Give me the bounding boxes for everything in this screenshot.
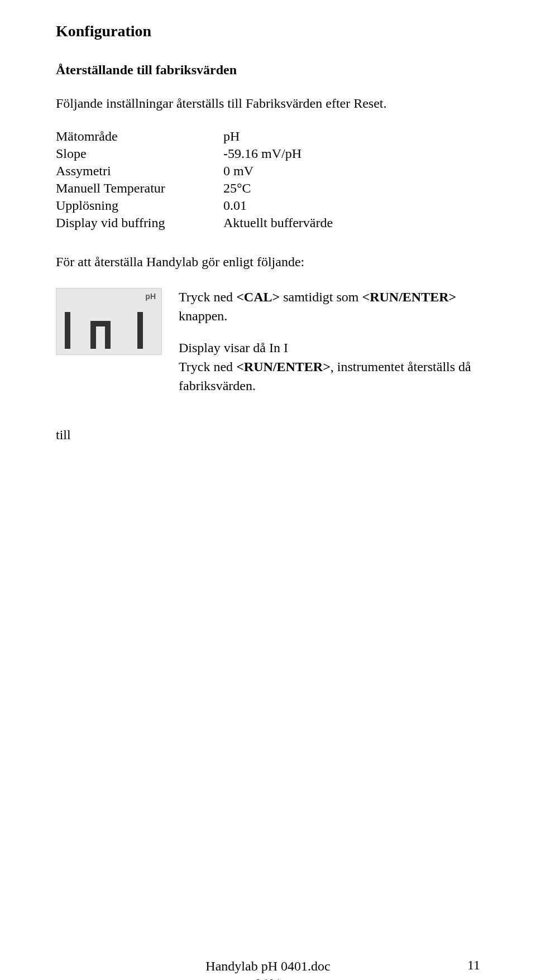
key-run-enter: <RUN/ENTER> xyxy=(362,290,457,304)
lcd-glyph-I2 xyxy=(134,311,156,350)
footer-filename: Handylab pH 0401.doc xyxy=(0,958,536,975)
lcd-glyph-n xyxy=(89,311,112,350)
setting-label: Upplösning xyxy=(56,198,223,213)
instruction-line-3: Display visar då In I xyxy=(179,339,471,357)
setting-value: 25°C xyxy=(223,181,480,196)
lcd-badge-ph: pH xyxy=(145,292,156,301)
intro-paragraph: Följande inställningar återställs till F… xyxy=(56,94,480,112)
setting-label: Assymetri xyxy=(56,164,223,179)
spacer xyxy=(179,326,471,338)
heading-reset: Återställande till fabriksvärden xyxy=(56,63,480,78)
settings-table: Mätområde pH Slope -59.16 mV/pH Assymetr… xyxy=(56,129,480,230)
setting-value: pH xyxy=(223,129,480,144)
lcd-screen: pH xyxy=(56,288,162,355)
till-word: till xyxy=(56,355,162,443)
instruction-line-2: knappen. xyxy=(179,307,471,325)
text-fragment: Tryck ned xyxy=(179,290,236,304)
setting-value: 0 mV xyxy=(223,164,480,179)
footer-page-number: 11 xyxy=(467,958,480,973)
instruction-text: Tryck ned <CAL> samtidigt som <RUN/ENTER… xyxy=(179,288,471,396)
instruction-line-5: fabriksvärden. xyxy=(179,377,471,395)
setting-label: Display vid buffring xyxy=(56,215,223,230)
setting-value: -59.16 mV/pH xyxy=(223,146,480,161)
heading-konfiguration: Konfiguration xyxy=(56,22,480,40)
text-fragment: , instrumentet återställs då xyxy=(331,359,471,374)
restore-line: För att återställa Handylab gör enligt f… xyxy=(56,253,480,271)
instruction-line-4: Tryck ned <RUN/ENTER>, instrumentet åter… xyxy=(179,358,471,376)
setting-label: Manuell Temperatur xyxy=(56,181,223,196)
lcd-glyph-I xyxy=(61,311,84,350)
setting-label: Mätområde xyxy=(56,129,223,144)
key-cal: <CAL> xyxy=(236,290,280,304)
lcd-glyphs xyxy=(56,311,161,350)
setting-value: 0.01 xyxy=(223,198,480,213)
key-run-enter: <RUN/ENTER> xyxy=(236,359,331,374)
lcd-glyph-space xyxy=(117,311,128,350)
setting-label: Slope xyxy=(56,146,223,161)
text-fragment: Tryck ned xyxy=(179,359,236,374)
setting-value: Aktuellt buffervärde xyxy=(223,215,480,230)
footer-subline: 0401 xyxy=(0,975,536,980)
instruction-line-1: Tryck ned <CAL> samtidigt som <RUN/ENTER… xyxy=(179,288,471,306)
instruction-block: pH till Tryck ned <CAL> samtidigt som <R… xyxy=(56,288,480,443)
text-fragment: samtidigt som xyxy=(280,290,362,304)
lcd-figure: pH till xyxy=(56,288,162,443)
footer-center: Handylab pH 0401.doc 0401 xyxy=(0,958,536,980)
